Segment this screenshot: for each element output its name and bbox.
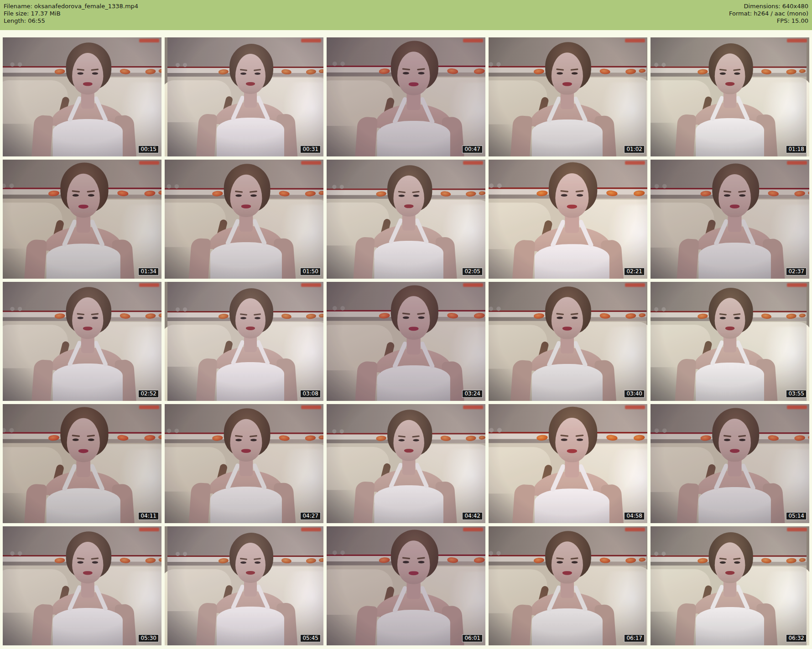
- frame-content: [651, 404, 809, 523]
- tint-overlay: [651, 37, 807, 156]
- video-frame: 04:58: [489, 404, 647, 523]
- watermark: [301, 528, 321, 531]
- frame-content: [327, 160, 485, 279]
- video-frame: 04:42: [327, 404, 485, 523]
- timestamp-badge: 04:42: [462, 512, 483, 520]
- video-thumbnail: 03:24: [327, 282, 485, 401]
- video-frame: 02:37: [651, 160, 809, 279]
- filesize-line: File size:17.37 MiB: [4, 10, 138, 17]
- tint-overlay: [3, 282, 161, 401]
- video-thumbnail: 01:34: [3, 160, 161, 279]
- timestamp-badge: 04:27: [300, 512, 321, 520]
- frame-content: [3, 37, 161, 156]
- frame-content: [327, 404, 485, 523]
- video-thumbnail: 02:52: [3, 282, 161, 401]
- timestamp-badge: 06:01: [462, 634, 483, 642]
- video-thumbnail: 04:27: [165, 404, 323, 523]
- frame-content: [165, 404, 323, 523]
- video-thumbnail: 00:47: [327, 37, 485, 156]
- video-frame: 04:27: [165, 404, 323, 523]
- dimensions-value: 640x480: [782, 3, 808, 10]
- format-line: Format:h264 / aac (mono): [729, 10, 808, 17]
- video-thumbnail: 06:17: [489, 526, 647, 645]
- video-frame: 05:14: [651, 404, 809, 523]
- video-thumbnail: 02:37: [651, 160, 809, 279]
- frame-content: [651, 37, 807, 156]
- frame-content: [651, 160, 809, 279]
- watermark: [787, 161, 807, 165]
- tint-overlay: [489, 404, 647, 523]
- timestamp-badge: 05:14: [786, 512, 807, 520]
- tint-overlay: [651, 160, 809, 279]
- format-label: Format:: [729, 10, 752, 17]
- dimensions-line: Dimensions:640x480: [729, 3, 808, 10]
- watermark: [625, 39, 645, 42]
- tint-overlay: [3, 160, 161, 279]
- watermark: [139, 405, 159, 409]
- frame-content: [3, 404, 161, 523]
- video-frame: 06:17: [489, 526, 647, 645]
- watermark: [787, 283, 807, 287]
- frame-content: [165, 160, 323, 279]
- timestamp-badge: 01:34: [138, 268, 159, 275]
- video-thumbnail: 04:11: [3, 404, 161, 523]
- video-thumbnail: 01:02: [489, 37, 647, 156]
- video-thumbnail: 06:32: [651, 526, 809, 645]
- timestamp-badge: 04:58: [624, 512, 645, 520]
- filesize-label: File size:: [4, 10, 29, 17]
- watermark: [463, 283, 483, 287]
- watermark: [139, 39, 159, 42]
- timestamp-badge: 03:24: [462, 390, 483, 398]
- tint-overlay: [489, 526, 646, 645]
- video-frame: 02:05: [327, 160, 485, 279]
- tint-overlay: [165, 404, 323, 523]
- video-thumbnail: 01:18: [651, 37, 809, 156]
- timestamp-badge: 04:11: [138, 512, 159, 520]
- watermark: [625, 405, 645, 409]
- length-value: 06:55: [28, 17, 45, 24]
- timestamp-badge: 03:55: [786, 390, 807, 398]
- frame-content: [489, 526, 646, 645]
- timestamp-badge: 03:08: [300, 390, 321, 398]
- video-thumbnail: 03:08: [165, 282, 323, 401]
- video-frame: 01:34: [3, 160, 161, 279]
- frame-content: [651, 282, 807, 401]
- tint-overlay: [167, 526, 323, 645]
- timestamp-badge: 06:17: [624, 634, 645, 642]
- watermark: [463, 528, 483, 531]
- timestamp-badge: 00:31: [300, 145, 321, 153]
- timestamp-badge: 01:50: [300, 268, 321, 275]
- watermark: [139, 283, 159, 287]
- video-thumbnail: 06:01: [327, 526, 485, 645]
- frame-content: [327, 526, 485, 645]
- tint-overlay: [327, 404, 485, 523]
- tint-overlay: [651, 404, 809, 523]
- frame-content: [3, 282, 161, 401]
- fps-value: 15.00: [791, 17, 808, 24]
- fps-line: FPS:15.00: [729, 17, 808, 25]
- timestamp-badge: 02:05: [462, 268, 483, 275]
- watermark: [301, 39, 321, 42]
- video-thumbnail: 00:31: [165, 37, 323, 156]
- watermark: [787, 39, 807, 42]
- filename-value: oksanafedorova_female_1338.mp4: [34, 3, 138, 10]
- tint-overlay: [327, 37, 485, 156]
- format-value: h264 / aac (mono): [754, 10, 808, 17]
- metadata-header: Filename:oksanafedorova_female_1338.mp4 …: [0, 0, 812, 30]
- frame-content: [167, 37, 323, 156]
- watermark: [625, 528, 645, 531]
- length-label: Length:: [4, 17, 26, 24]
- video-thumbnail: 04:58: [489, 404, 647, 523]
- frame-content: [651, 526, 807, 645]
- timestamp-badge: 01:18: [786, 145, 807, 153]
- watermark: [301, 283, 321, 287]
- tint-overlay: [327, 160, 485, 279]
- dimensions-label: Dimensions:: [744, 3, 780, 10]
- filename-label: Filename:: [4, 3, 32, 10]
- video-thumbnail: 05:30: [3, 526, 161, 645]
- watermark: [463, 39, 483, 42]
- video-frame: 00:15: [3, 37, 161, 156]
- timestamp-badge: 02:52: [138, 390, 159, 398]
- file-info-left: Filename:oksanafedorova_female_1338.mp4 …: [4, 3, 138, 27]
- timestamp-badge: 03:40: [624, 390, 645, 398]
